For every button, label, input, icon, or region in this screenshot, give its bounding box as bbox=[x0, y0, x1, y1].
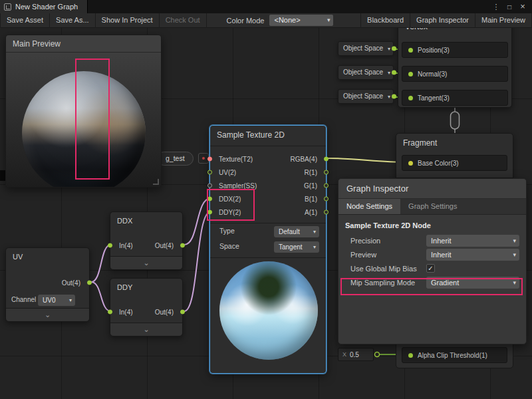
sample-texture-preview-sphere bbox=[219, 261, 318, 360]
vertex-node-title: Vertex bbox=[398, 28, 511, 35]
maximize-icon[interactable] bbox=[504, 1, 515, 12]
object-space-dropdown-tangent[interactable]: Object Space bbox=[338, 89, 394, 104]
uv-in-port[interactable]: UV(2) bbox=[210, 166, 236, 179]
tab-graph-settings[interactable]: Graph Settings bbox=[400, 199, 465, 214]
main-preview-viewport[interactable] bbox=[6, 53, 161, 187]
property-node-g-test[interactable]: g_test bbox=[157, 152, 194, 166]
toolbar: Save Asset Save As... Show In Project Ch… bbox=[0, 13, 532, 28]
ddy-out-port-dot[interactable] bbox=[180, 310, 185, 315]
main-preview-toggle-button[interactable]: Main Preview bbox=[475, 13, 532, 28]
alpha-clip-value-field[interactable]: X 0.5 bbox=[338, 348, 374, 361]
uv-out-port[interactable]: Out(4) bbox=[62, 276, 89, 289]
g-port-dot[interactable] bbox=[324, 184, 329, 188]
rgba-out-port[interactable]: RGBA(4) bbox=[290, 152, 326, 166]
precision-label: Precision bbox=[350, 237, 426, 245]
r-out-port[interactable]: R(1) bbox=[305, 166, 326, 179]
ddx-out-port-dot[interactable] bbox=[180, 243, 185, 248]
position-port-dot[interactable] bbox=[408, 48, 413, 53]
save-asset-button[interactable]: Save Asset bbox=[0, 13, 50, 28]
tangent-port-dot[interactable] bbox=[408, 96, 413, 100]
main-preview-header[interactable]: Main Preview bbox=[6, 35, 161, 53]
ddy-collapse-button[interactable] bbox=[110, 323, 182, 336]
kebab-menu-icon[interactable] bbox=[491, 1, 501, 12]
object-space-dropdown-position[interactable]: Object Space bbox=[338, 41, 394, 56]
close-icon[interactable] bbox=[517, 1, 528, 12]
position-block[interactable]: Position(3) bbox=[402, 42, 508, 58]
sample-texture-2d-node[interactable]: Sample Texture 2D Texture(T2) UV(2) Samp… bbox=[209, 125, 327, 374]
fragment-node[interactable]: Fragment Base Color(3) bbox=[396, 133, 513, 178]
preview-row: Preview Inherit bbox=[338, 247, 526, 261]
vertex-fragment-link-icon[interactable] bbox=[451, 112, 460, 129]
ddy-in-port[interactable]: In(4) bbox=[110, 305, 133, 319]
shader-graph-icon bbox=[4, 3, 11, 11]
alpha-clip-port-dot[interactable] bbox=[408, 353, 413, 358]
ddx-in-port[interactable]: In(4) bbox=[110, 239, 133, 252]
ddx-out-port[interactable]: Out(4) bbox=[155, 239, 182, 252]
graph-inspector-header[interactable]: Graph Inspector bbox=[338, 179, 526, 199]
color-mode-dropdown[interactable]: <None> bbox=[269, 15, 333, 26]
uv-collapse-button[interactable] bbox=[6, 308, 89, 321]
a-port-dot[interactable] bbox=[324, 210, 329, 215]
wire-ddx-to-sample[interactable] bbox=[184, 198, 211, 245]
graph-canvas[interactable]: Main Preview g_test Vertex Position(3) N… bbox=[0, 28, 532, 399]
wire-ddy-to-sample[interactable] bbox=[184, 211, 211, 311]
fragment-node-bottom[interactable]: Alpha Clip Threshold(1) bbox=[396, 343, 513, 368]
ddy-in-port-dot[interactable] bbox=[108, 310, 112, 315]
precision-dropdown[interactable]: Inherit bbox=[426, 235, 519, 247]
r-port-dot[interactable] bbox=[324, 170, 329, 175]
sampler-in-port[interactable]: Sampler(SS) bbox=[210, 179, 257, 192]
sampler-port-dot[interactable] bbox=[207, 184, 212, 188]
ddx-collapse-button[interactable] bbox=[110, 256, 182, 269]
ddy-out-port[interactable]: Out(4) bbox=[155, 305, 182, 319]
uv-port-dot[interactable] bbox=[207, 170, 212, 175]
type-dropdown[interactable]: Default bbox=[274, 226, 319, 237]
uv-out-port-dot[interactable] bbox=[87, 281, 92, 285]
resize-handle-icon[interactable] bbox=[153, 179, 159, 185]
mip-sampling-mode-dropdown[interactable]: Gradient bbox=[426, 277, 519, 289]
alpha-clip-threshold-block[interactable]: Alpha Clip Threshold(1) bbox=[402, 347, 507, 363]
ddy-input-port[interactable]: DDY(2) bbox=[210, 205, 241, 219]
vertex-node[interactable]: Vertex Position(3) Normal(3) Tangent(3) bbox=[398, 28, 512, 108]
preview-dropdown[interactable]: Inherit bbox=[426, 249, 519, 261]
object-space-out-dot[interactable] bbox=[392, 94, 396, 99]
window-controls bbox=[491, 1, 532, 12]
ddx-node[interactable]: DDX In(4) Out(4) bbox=[110, 211, 183, 270]
uv-channel-dropdown[interactable]: UV0 bbox=[38, 295, 75, 306]
wire-uv-to-ddy[interactable] bbox=[91, 282, 111, 311]
wire-uv-to-ddx[interactable] bbox=[91, 245, 111, 282]
alpha-clip-value-port-dot[interactable] bbox=[375, 352, 380, 357]
show-in-project-button[interactable]: Show In Project bbox=[96, 13, 160, 28]
b-out-port[interactable]: B(1) bbox=[305, 192, 326, 205]
save-as-button[interactable]: Save As... bbox=[50, 13, 96, 28]
ddy-input-port-dot[interactable] bbox=[207, 210, 212, 215]
base-color-block[interactable]: Base Color(3) bbox=[402, 155, 507, 171]
b-port-dot[interactable] bbox=[324, 197, 329, 201]
base-color-port-dot[interactable] bbox=[408, 161, 413, 166]
ddx-input-port[interactable]: DDX(2) bbox=[210, 192, 241, 205]
g-out-port[interactable]: G(1) bbox=[304, 179, 326, 192]
space-dropdown[interactable]: Tangent bbox=[274, 241, 319, 253]
ddy-node[interactable]: DDY In(4) Out(4) bbox=[110, 278, 183, 336]
graph-inspector-toggle-button[interactable]: Graph Inspector bbox=[410, 13, 475, 28]
axis-label: X bbox=[342, 351, 346, 358]
ddx-input-port-dot[interactable] bbox=[207, 197, 212, 201]
blackboard-toggle-button[interactable]: Blackboard bbox=[360, 13, 410, 28]
titlebar: New Shader Graph bbox=[0, 0, 532, 13]
uv-node[interactable]: UV Out(4) Channel UV0 bbox=[5, 247, 90, 322]
window-tab[interactable]: New Shader Graph bbox=[0, 0, 88, 13]
texture-port-dot[interactable] bbox=[207, 157, 212, 162]
normal-port-dot[interactable] bbox=[408, 72, 413, 76]
object-space-dropdown-normal[interactable]: Object Space bbox=[338, 65, 394, 80]
a-out-port[interactable]: A(1) bbox=[305, 205, 326, 219]
tab-node-settings[interactable]: Node Settings bbox=[338, 199, 400, 214]
ddx-in-port-dot[interactable] bbox=[108, 243, 112, 248]
use-global-mip-bias-checkbox[interactable]: ✓ bbox=[426, 264, 435, 273]
object-space-out-dot[interactable] bbox=[392, 70, 396, 75]
normal-block[interactable]: Normal(3) bbox=[402, 66, 508, 82]
space-label: Space bbox=[219, 242, 239, 250]
tangent-block[interactable]: Tangent(3) bbox=[402, 90, 508, 106]
rgba-port-dot[interactable] bbox=[324, 157, 329, 162]
texture-in-port[interactable]: Texture(T2) bbox=[210, 152, 253, 166]
object-space-out-dot[interactable] bbox=[392, 47, 396, 51]
uv-node-title: UV bbox=[6, 248, 89, 264]
